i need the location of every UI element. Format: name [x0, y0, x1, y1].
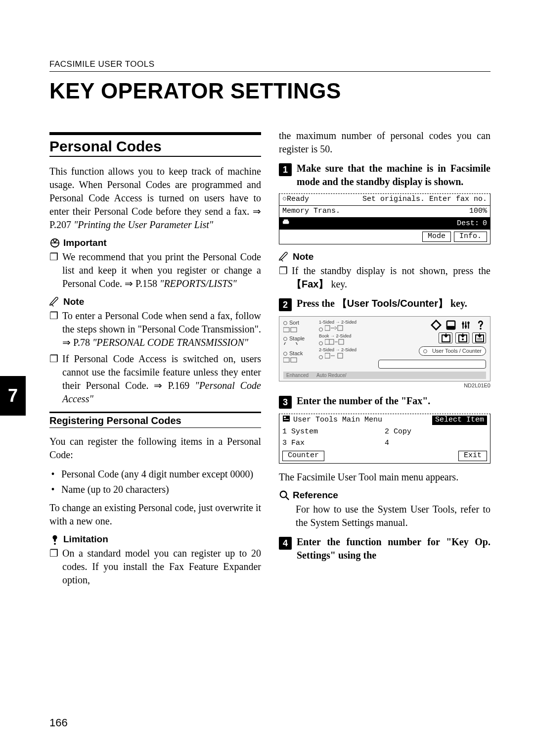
step-1: 1 Make sure that the machine is in Facsi… [279, 162, 490, 189]
note-right-b: key. [328, 279, 347, 289]
lcd-display-2: User Tools Main Menu Select Item 1 Syste… [279, 414, 490, 464]
lcd-row: User Tools Main Menu Select Item [279, 414, 490, 426]
note1-italic: "PERSONAL CODE TRANSMISSION" [92, 337, 248, 348]
svg-rect-6 [283, 328, 289, 332]
subsection-title: Registering Personal Codes [49, 415, 261, 426]
step3-text: Enter the number of the "Fax". [297, 394, 490, 409]
lcd1-dest-label: Dest: [457, 219, 479, 229]
user-tools-counter-key-label: User Tools/Counter [347, 298, 438, 309]
lcd-row-inverse: Dest: 0 [279, 217, 490, 230]
box-bullet-icon: ❐ [49, 547, 58, 587]
lcd2-opt4: 4 [385, 439, 389, 448]
bullet-item: • Personal Code (any 4 digit number exce… [49, 468, 261, 481]
list-item: ❐ If the standby display is not shown, p… [279, 264, 490, 291]
lcd2-counter-button: Counter [282, 451, 324, 461]
subsection-rule-heavy [49, 412, 261, 413]
subsection-rule-thin [49, 427, 261, 428]
section-rule-heavy [49, 132, 261, 135]
continuation-text: the maximum number of personal codes you… [279, 129, 490, 156]
important-item-italic: "REPORTS/LISTS" [160, 278, 237, 289]
panel-staple-label: Staple [289, 335, 305, 341]
svg-rect-1 [51, 242, 59, 243]
bullet-item: • Name (up to 20 characters) [49, 483, 261, 496]
step-2: 2 Press the 【User Tools/Counter】 key. [279, 297, 490, 311]
panel-stack-label: Stack [289, 350, 303, 356]
svg-rect-4 [283, 221, 289, 224]
lcd-row: ○Ready Set originals. Enter fax no. [279, 194, 490, 205]
step-number-badge: 1 [279, 163, 292, 176]
svg-rect-27 [283, 416, 290, 422]
svg-point-30 [280, 491, 287, 498]
svg-rect-9 [291, 358, 297, 362]
panel-sort-label: Sort [289, 320, 299, 326]
lcd2-opt3: 3 Fax [282, 439, 385, 448]
fax-key-label: Fax [302, 279, 318, 289]
list-item: ❐ We recommend that you print the Person… [49, 250, 261, 290]
question-icon [475, 320, 486, 331]
limitation-icon [49, 534, 60, 545]
lcd1-dest-val: 0 [479, 219, 487, 229]
svg-point-22 [480, 328, 482, 330]
running-head: FACSIMILE USER TOOLS [49, 59, 490, 72]
svg-rect-18 [447, 326, 455, 329]
left-column: Personal Codes This function allows you … [49, 129, 261, 593]
post-step3-text: The Facsimile User Tool main menu appear… [279, 471, 490, 484]
paper-tray-icon [439, 332, 452, 343]
diamond-icon [431, 320, 442, 331]
step4-text: Enter the function number for "Key Op. S… [297, 535, 490, 562]
note-icon [279, 251, 290, 262]
lcd1-prompt: Set originals. Enter fax no. [309, 195, 487, 204]
right-column: the maximum number of personal codes you… [279, 129, 490, 593]
section-title-personal-codes: Personal Codes [49, 138, 261, 155]
lcd-row: Counter Exit [279, 449, 490, 463]
reference-label-row: Reference [279, 490, 490, 501]
panel-bottom-strip: Enhanced Auto Reduce/ [283, 372, 486, 379]
step2-text-b: key. [448, 298, 467, 309]
paper-tray-icon [455, 332, 469, 343]
sub-intro: You can register the following items in … [49, 435, 261, 462]
sliders-icon [460, 320, 471, 331]
list-item: ❐ To enter a Personal Code when send a f… [49, 309, 261, 349]
sub-bullets: • Personal Code (any 4 digit number exce… [49, 468, 261, 496]
bullet1-text: Personal Code (any 4 digit number except… [61, 468, 253, 481]
lcd2-title: User Tools Main Menu [293, 416, 382, 425]
lcd2-select-item: Select Item [432, 416, 487, 425]
bullet-dot-icon: • [49, 468, 56, 481]
lcd1-mode-button: Mode [422, 232, 451, 242]
step-3: 3 Enter the number of the "Fax". [279, 394, 490, 409]
step-4: 4 Enter the function number for "Key Op.… [279, 535, 490, 562]
svg-rect-29 [284, 419, 289, 420]
important-list: ❐ We recommend that you print the Person… [49, 250, 261, 290]
note-list: ❐ To enter a Personal Code when send a f… [49, 309, 261, 406]
list-item: ❐ If Personal Code Access is switched on… [49, 352, 261, 406]
page-title: KEY OPERATOR SETTINGS [49, 79, 490, 103]
lcd-row: Mode Info. [279, 230, 490, 244]
svg-point-25 [462, 338, 464, 340]
panel-book2s-label: Book → 2-Sided [319, 333, 352, 338]
chapter-tab: 7 [0, 376, 26, 416]
intro-italic-ref: "Printing the User Parameter List" [74, 219, 213, 230]
lcd1-zoom: 100% [340, 207, 487, 216]
note-right-a: If the standby display is not shown, pre… [292, 265, 490, 276]
box-bullet-icon: ❐ [279, 264, 288, 291]
svg-rect-11 [338, 326, 343, 331]
intro-paragraph: This function allows you to keep track o… [49, 165, 261, 232]
section-rule-thin [49, 156, 261, 157]
box-bullet-icon: ❐ [49, 250, 58, 290]
lcd-display-1: ○Ready Set originals. Enter fax no. Memo… [279, 193, 490, 244]
svg-rect-8 [283, 358, 289, 362]
note-list-right: ❐ If the standby display is not shown, p… [279, 264, 490, 291]
lcd2-opt2: 2 Copy [385, 427, 411, 437]
svg-point-3 [54, 543, 56, 545]
limitation-label: Limitation [63, 534, 108, 545]
note-label-row: Note [49, 296, 261, 307]
svg-point-19 [462, 323, 464, 325]
lcd2-opt1: 1 System [282, 427, 385, 437]
contrast-icon [445, 320, 456, 331]
important-label: Important [63, 237, 107, 248]
svg-point-2 [52, 535, 57, 540]
lcd-row: Memory Trans. 100% [279, 205, 490, 217]
list-item: ❐ On a standard model you can register u… [49, 547, 261, 587]
lcd1-info-button: Info. [454, 232, 487, 242]
svg-point-21 [467, 322, 470, 324]
